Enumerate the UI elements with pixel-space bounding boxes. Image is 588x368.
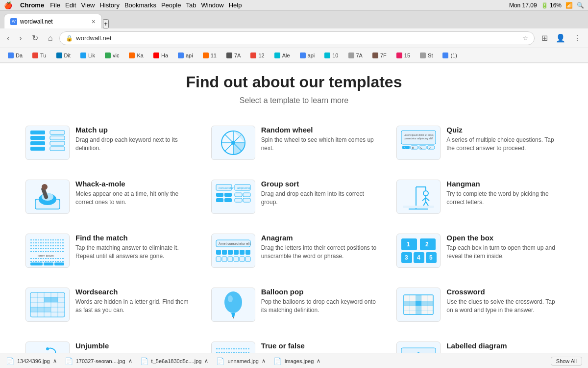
- svg-rect-63: [54, 263, 64, 265]
- reload-button[interactable]: ↻: [29, 31, 41, 45]
- bookmark-lik[interactable]: Lik: [76, 52, 99, 59]
- bookmark-star-icon[interactable]: ☆: [522, 34, 528, 42]
- address-bar-row: ‹ › ↻ ⌂ 🔒 wordwall.net ☆ ⊞ 👤 ⋮: [0, 28, 588, 48]
- menu-edit[interactable]: Edit: [65, 1, 76, 9]
- download-chevron-4[interactable]: ∧: [262, 358, 266, 364]
- new-tab-button[interactable]: +: [103, 19, 109, 28]
- bookmark-7f[interactable]: 7F: [368, 52, 391, 59]
- bookmark-api2[interactable]: api: [296, 52, 319, 59]
- template-openbox[interactable]: 1 2 3 4 5 Open the box Tap each box in t…: [391, 228, 568, 274]
- menu-file[interactable]: File: [50, 1, 60, 9]
- svg-rect-7: [50, 147, 65, 151]
- svg-rect-0: [30, 131, 45, 134]
- svg-text:2: 2: [425, 241, 429, 248]
- bookmark-ha[interactable]: Ha: [149, 52, 172, 59]
- download-filename-3: t_5e6a1830d5c....jpg: [151, 358, 202, 364]
- download-chevron-3[interactable]: ∧: [204, 358, 208, 364]
- template-anagram[interactable]: Amet consectetur elit Anagram: [205, 228, 383, 274]
- menu-items: File Edit View History Bookmarks People …: [50, 1, 242, 9]
- menu-view[interactable]: View: [81, 1, 95, 9]
- home-button[interactable]: ⌂: [45, 32, 56, 45]
- template-quiz[interactable]: Lorem ipsum dolor sit amet, consectetur …: [391, 120, 568, 166]
- browser-tab[interactable]: W wordwall.net ×: [4, 14, 102, 28]
- menu-tab[interactable]: Tab: [186, 1, 196, 9]
- show-all-downloads-button[interactable]: Show All: [551, 357, 582, 366]
- back-button[interactable]: ‹: [4, 32, 12, 45]
- download-item-3[interactable]: 📄 t_5e6a1830d5c....jpg ∧: [140, 357, 209, 365]
- bookmark-12[interactable]: 12: [246, 52, 268, 59]
- address-bar[interactable]: 🔒 wordwall.net ☆: [59, 31, 535, 45]
- svg-point-119: [46, 347, 49, 350]
- menu-bookmarks[interactable]: Bookmarks: [124, 1, 156, 9]
- tab-favicon: W: [10, 18, 17, 25]
- template-icon-matchup: [25, 126, 70, 160]
- bookmark-1[interactable]: (1): [439, 52, 461, 59]
- template-icon-unjumble: lorem ipsum'd sit: [25, 342, 70, 353]
- bookmark-favicon: [80, 53, 86, 58]
- bookmark-vic[interactable]: vic: [101, 52, 123, 59]
- download-icon-1: 📄: [6, 357, 14, 365]
- bookmark-st[interactable]: St: [416, 52, 437, 59]
- template-icon-labelled: [396, 342, 441, 353]
- svg-rect-40: [235, 198, 242, 202]
- download-item-5[interactable]: 📄 images.jpeg ∧: [273, 357, 320, 365]
- bookmark-dit[interactable]: Dit: [52, 52, 74, 59]
- download-item-2[interactable]: 📄 170327-seoran....jpg ∧: [65, 357, 132, 365]
- svg-rect-105: [416, 301, 421, 306]
- bookmark-7a1[interactable]: 7A: [222, 52, 245, 59]
- download-item-4[interactable]: 📄 unnamed.jpg ∧: [216, 357, 266, 365]
- forward-button[interactable]: ›: [16, 32, 24, 45]
- template-hangman[interactable]: Hangman Try to complete the word by pick…: [391, 174, 568, 220]
- tab-close-button[interactable]: ×: [92, 18, 96, 26]
- menu-bar: 🍎 Chrome File Edit View History Bookmark…: [0, 0, 588, 11]
- bookmark-favicon: [153, 53, 159, 58]
- bookmark-7a2[interactable]: 7A: [344, 52, 367, 59]
- template-balloon[interactable]: Balloon pop Pop the balloons to drop eac…: [205, 282, 383, 328]
- bookmark-ka[interactable]: Ka: [125, 52, 147, 59]
- bookmark-favicon: [226, 53, 232, 58]
- menu-window[interactable]: Window: [201, 1, 223, 9]
- template-name-balloon: Balloon pop: [261, 288, 377, 296]
- download-chevron-5[interactable]: ∧: [317, 358, 320, 364]
- template-name-matchup: Match up: [75, 126, 192, 134]
- download-chevron-1[interactable]: ∧: [53, 358, 57, 364]
- bookmark-15[interactable]: 15: [392, 52, 414, 59]
- extensions-button[interactable]: ⊞: [539, 31, 551, 45]
- menu-button[interactable]: ⋮: [570, 31, 584, 45]
- bookmark-da[interactable]: Da: [4, 52, 26, 59]
- template-whack[interactable]: Whack-a-mole Moles appear one at a time,…: [20, 174, 197, 220]
- menu-history[interactable]: History: [99, 1, 119, 9]
- template-name-openbox: Open the box: [446, 234, 563, 242]
- template-info-whack: Whack-a-mole Moles appear one at a time,…: [75, 180, 192, 207]
- bookmark-favicon: [348, 53, 354, 58]
- template-desc-matchup: Drag and drop each keyword next to its d…: [75, 136, 192, 153]
- template-wordsearch[interactable]: Wordsearch Words are hidden in a letter …: [20, 282, 197, 328]
- download-icon-3: 📄: [140, 357, 148, 365]
- template-groupsort[interactable]: consectetur adipiscing Group sort Drag a…: [205, 174, 383, 220]
- bookmark-10[interactable]: 10: [320, 52, 342, 59]
- template-truefalse[interactable]: lorem ipsum sit amet True or false Items…: [205, 336, 383, 353]
- svg-rect-67: [222, 250, 227, 255]
- template-findmatch[interactable]: lorem ipsum Find the match Tap the match…: [20, 228, 197, 274]
- template-unjumble[interactable]: lorem ipsum'd sit Unjumble Drag and drop…: [20, 336, 197, 353]
- template-wheel[interactable]: Random wheel Spin the wheel to see which…: [205, 120, 383, 166]
- bookmark-11[interactable]: 11: [199, 52, 220, 59]
- download-item-1[interactable]: 📄 13424396.jpg ∧: [6, 357, 57, 365]
- download-chevron-2[interactable]: ∧: [128, 358, 132, 364]
- menu-help[interactable]: Help: [229, 1, 242, 9]
- apple-menu[interactable]: 🍎: [4, 1, 12, 9]
- template-crossword[interactable]: Crossword Use the clues to solve the cro…: [391, 282, 568, 328]
- template-info-wordsearch: Wordsearch Words are hidden in a letter …: [75, 288, 192, 315]
- bookmark-ale[interactable]: Ale: [270, 52, 294, 59]
- menu-people[interactable]: People: [161, 1, 181, 9]
- template-icon-quiz: Lorem ipsum dolor sit amet, consectetur …: [396, 126, 441, 160]
- template-matchup[interactable]: Match up Drag and drop each keyword next…: [20, 120, 197, 166]
- svg-rect-66: [216, 250, 221, 255]
- profile-button[interactable]: 👤: [553, 31, 568, 45]
- search-icon[interactable]: 🔍: [577, 2, 584, 9]
- template-desc-crossword: Use the clues to solve the crossword. Ta…: [446, 298, 563, 315]
- bookmark-api1[interactable]: api: [174, 52, 197, 59]
- svg-rect-68: [228, 250, 233, 255]
- template-labelled[interactable]: Labelled diagram Drag and drop the pins …: [391, 336, 568, 353]
- bookmark-tu[interactable]: Tu: [28, 52, 50, 59]
